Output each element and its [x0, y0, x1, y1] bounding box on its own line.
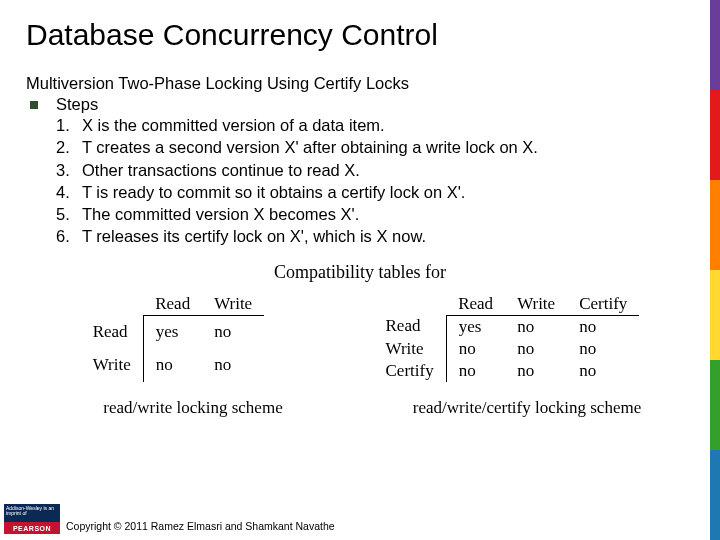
caption-rw: read/write locking scheme	[43, 398, 344, 418]
cell: no	[567, 315, 639, 338]
cell: no	[567, 360, 639, 382]
col-header: Write	[505, 293, 567, 316]
row-header: Write	[81, 349, 144, 382]
caption-rwc: read/write/certify locking scheme	[377, 398, 678, 418]
cell: no	[202, 315, 264, 349]
cell: no	[505, 315, 567, 338]
section-subtitle: Multiversion Two-Phase Locking Using Cer…	[26, 74, 694, 93]
slide-title: Database Concurrency Control	[26, 18, 694, 52]
step-number: 1.	[56, 114, 82, 136]
table-read-write: Read Write Read yes no Write no no	[81, 293, 265, 382]
step-text: T is ready to commit so it obtains a cer…	[82, 181, 465, 203]
copyright-footer: Copyright © 2011 Ramez Elmasri and Shamk…	[66, 520, 335, 532]
step-text: T creates a second version X' after obta…	[82, 136, 538, 158]
bullet-label: Steps	[56, 95, 98, 114]
step-item: 6.T releases its certify lock on X', whi…	[56, 225, 694, 247]
cell: no	[505, 360, 567, 382]
step-item: 5.The committed version X becomes X'.	[56, 203, 694, 225]
cell: no	[446, 338, 505, 360]
cell: no	[143, 349, 202, 382]
step-text: T releases its certify lock on X', which…	[82, 225, 426, 247]
compat-heading: Compatibility tables for	[26, 262, 694, 283]
col-header: Read	[446, 293, 505, 316]
row-header: Read	[81, 315, 144, 349]
step-number: 6.	[56, 225, 82, 247]
table-row: Read yes no	[81, 315, 265, 349]
stripe-segment	[710, 270, 720, 360]
stripe-segment	[710, 90, 720, 180]
step-text: The committed version X becomes X'.	[82, 203, 359, 225]
cell: no	[505, 338, 567, 360]
badge-top-text: Addison-Wesley is an imprint of	[4, 504, 60, 522]
cell: no	[567, 338, 639, 360]
table-row: Write no no no	[374, 338, 640, 360]
step-number: 3.	[56, 159, 82, 181]
step-number: 2.	[56, 136, 82, 158]
col-header: Read	[143, 293, 202, 316]
table-captions: read/write locking scheme read/write/cer…	[26, 398, 694, 418]
row-header: Certify	[374, 360, 447, 382]
step-text: Other transactions continue to read X.	[82, 159, 360, 181]
col-header: Write	[202, 293, 264, 316]
step-number: 5.	[56, 203, 82, 225]
publisher-badge: Addison-Wesley is an imprint of PEARSON	[4, 504, 60, 534]
table-row: Read yes no no	[374, 315, 640, 338]
step-item: 2.T creates a second version X' after ob…	[56, 136, 694, 158]
stripe-segment	[710, 180, 720, 270]
stripe-segment	[710, 0, 720, 90]
step-number: 4.	[56, 181, 82, 203]
row-header: Read	[374, 315, 447, 338]
bullet-icon	[30, 101, 38, 109]
slide: Database Concurrency Control Multiversio…	[0, 0, 720, 540]
col-header: Certify	[567, 293, 639, 316]
stripe-segment	[710, 360, 720, 450]
cell: yes	[143, 315, 202, 349]
cell: no	[202, 349, 264, 382]
step-item: 3.Other transactions continue to read X.	[56, 159, 694, 181]
decorative-stripe	[710, 0, 720, 540]
step-item: 4.T is ready to commit so it obtains a c…	[56, 181, 694, 203]
row-header: Write	[374, 338, 447, 360]
tables-container: Read Write Read yes no Write no no	[26, 293, 694, 382]
bullet-steps: Steps	[30, 95, 694, 114]
cell: yes	[446, 315, 505, 338]
step-item: 1.X is the committed version of a data i…	[56, 114, 694, 136]
steps-list: 1.X is the committed version of a data i…	[56, 114, 694, 248]
step-text: X is the committed version of a data ite…	[82, 114, 385, 136]
table-read-write-certify: Read Write Certify Read yes no no Write …	[374, 293, 640, 382]
stripe-segment	[710, 450, 720, 540]
table-row: Write no no	[81, 349, 265, 382]
badge-bottom-text: PEARSON	[4, 522, 60, 534]
table-row: Certify no no no	[374, 360, 640, 382]
cell: no	[446, 360, 505, 382]
